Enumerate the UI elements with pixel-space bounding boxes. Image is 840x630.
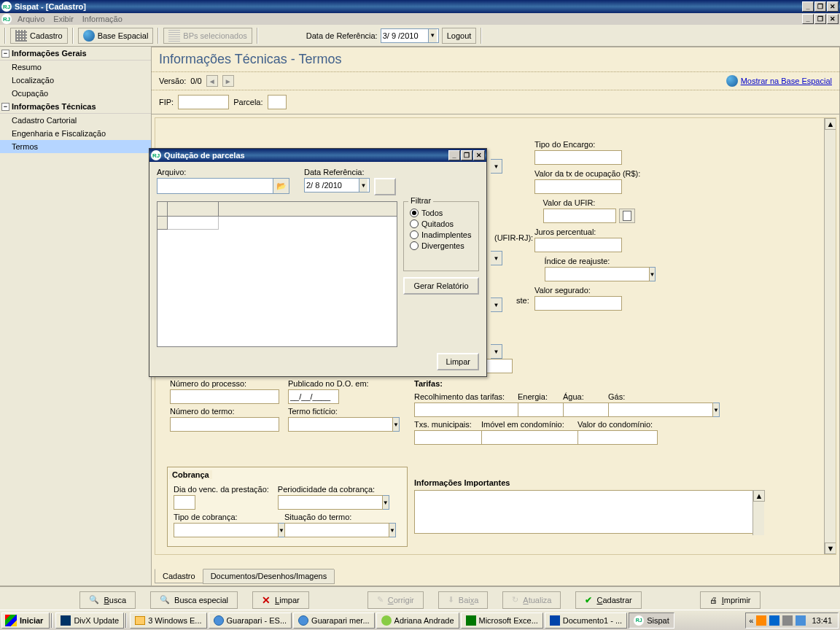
chevron-down-icon[interactable]: ▼ — [713, 402, 720, 417]
publicado-do-input[interactable] — [288, 389, 339, 404]
tipo-cobranca-input[interactable] — [174, 523, 279, 537]
minimize-button[interactable]: _ — [802, 1, 814, 12]
valor-ufir-input[interactable] — [543, 209, 616, 223]
task-sispat[interactable]: RJSispat — [629, 612, 674, 629]
menu-exibir[interactable]: Exibir — [53, 15, 74, 23]
dialog-titlebar[interactable]: RJ Quitação de parcelas _ ❐ ✕ — [149, 149, 486, 162]
dia-venc-input[interactable] — [174, 495, 195, 510]
toolbar-cadastro-button[interactable]: Cadastro — [10, 28, 68, 44]
tree-section-tecnicas[interactable]: − Informações Técnicas — [0, 100, 151, 114]
tipo-encargo-input[interactable] — [534, 150, 622, 165]
dialog-go-button[interactable] — [374, 178, 396, 195]
chevron-down-icon[interactable]: ▼ — [650, 267, 656, 281]
scroll-up-button[interactable]: ▲ — [753, 490, 765, 502]
browse-button[interactable]: 📂 — [273, 178, 289, 194]
parcela-input[interactable] — [268, 95, 287, 109]
tree-item-engenharia[interactable]: Engenharia e Fiscalização — [0, 127, 151, 140]
scroll-down-icon[interactable]: ▼ — [825, 542, 836, 554]
close-button[interactable]: ✕ — [827, 1, 839, 12]
chevron-down-icon[interactable]: ▼ — [359, 179, 368, 192]
task-divx[interactable]: DivX Update — [55, 612, 124, 629]
juros-input[interactable] — [534, 238, 622, 252]
radio-inadimplentes[interactable]: Inadimplentes — [410, 230, 472, 239]
next-version-button[interactable]: ► — [222, 75, 234, 87]
gas-input[interactable] — [608, 402, 713, 417]
limpar-button[interactable]: ✕ Limpar — [252, 591, 309, 609]
chevron-down-icon[interactable]: ▼ — [428, 29, 437, 42]
dialog-limpar-button[interactable]: Limpar — [437, 353, 479, 370]
valor-condominio-input[interactable] — [578, 430, 658, 445]
radio-divergentes[interactable]: Divergentes — [410, 241, 472, 250]
task-word[interactable]: Documento1 - ... — [545, 612, 627, 629]
task-ie-1[interactable]: Guarapari - ES... — [209, 612, 292, 629]
baixa-button[interactable]: ⬇ Baixa — [438, 591, 489, 609]
valor-segurado-input[interactable] — [534, 296, 622, 311]
atualiza-button[interactable]: ↻ Atualiza — [502, 591, 561, 609]
gerar-relatorio-button[interactable]: Gerar Relatório — [403, 277, 479, 295]
tree-item-cadastro-cartorial[interactable]: Cadastro Cartorial — [0, 114, 151, 127]
fip-input[interactable] — [178, 95, 229, 109]
tab-cadastro[interactable]: Cadastro — [155, 569, 203, 583]
scrollbar[interactable]: ▲ ▼ — [824, 118, 836, 554]
menu-arquivo[interactable]: Arquivo — [18, 15, 44, 23]
map-link[interactable]: Mostrar na Base Espacial — [726, 75, 832, 87]
chevron-down-icon[interactable]: ▼ — [393, 417, 400, 432]
start-button[interactable]: Iniciar — [1, 612, 50, 629]
dialog-minimize-button[interactable]: _ — [448, 150, 460, 160]
mdi-close-button[interactable]: ✕ — [827, 14, 839, 24]
mdi-maximize-button[interactable]: ❐ — [814, 14, 826, 24]
dialog-date-input[interactable]: 2/ 8 /2010 ▼ — [304, 178, 370, 192]
tree-item-termos[interactable]: Termos — [0, 140, 151, 153]
task-msn[interactable]: Adriana Andrade — [376, 612, 459, 629]
recolhimento-input[interactable] — [414, 402, 519, 417]
numero-processo-input[interactable] — [170, 389, 279, 404]
busca-especial-button[interactable]: 🔍 Busca especial — [150, 591, 238, 609]
date-ref-input[interactable]: 3/ 9 /2010 ▼ — [381, 28, 439, 43]
chevron-down-icon[interactable]: ▼ — [491, 159, 502, 174]
tab-documentos[interactable]: Documentos/Desenhos/Imagens — [203, 569, 335, 584]
radio-quitados[interactable]: Quitados — [410, 219, 472, 228]
valor-tx-input[interactable] — [534, 179, 622, 194]
dialog-grid[interactable] — [157, 201, 397, 347]
scroll-up-icon[interactable]: ▲ — [825, 118, 836, 130]
tray-icon-4[interactable] — [796, 615, 806, 626]
toolbar-base-espacial-button[interactable]: Base Espacial — [78, 28, 154, 44]
task-explorer[interactable]: 3 Windows E... — [130, 612, 206, 629]
mdi-minimize-button[interactable]: _ — [802, 14, 814, 24]
tree-item-ocupacao[interactable]: Ocupação — [0, 87, 151, 100]
chevron-down-icon[interactable]: ▼ — [389, 523, 396, 537]
task-ie-2[interactable]: Guarapari mer... — [293, 612, 374, 629]
busca-button[interactable]: 🔍 Busca — [79, 591, 136, 609]
info-importantes-textarea[interactable] — [414, 490, 764, 534]
tray-expand-icon[interactable]: « — [749, 616, 753, 625]
dialog-close-button[interactable]: ✕ — [473, 150, 485, 160]
calculator-button[interactable] — [619, 209, 635, 223]
tray-icon-3[interactable] — [782, 615, 793, 626]
maximize-button[interactable]: ❐ — [814, 1, 826, 12]
dialog-maximize-button[interactable]: ❐ — [461, 150, 472, 160]
tree-section-gerais[interactable]: − Informações Gerais — [0, 47, 151, 61]
indice-reajuste-input[interactable] — [545, 267, 650, 281]
tree-item-localizacao[interactable]: Localização — [0, 74, 151, 87]
radio-todos[interactable]: Todos — [410, 209, 472, 217]
termo-ficticio-input[interactable] — [288, 417, 393, 432]
tray-icon-1[interactable] — [756, 615, 766, 626]
arquivo-input[interactable] — [157, 178, 273, 194]
cadastrar-button[interactable]: ✔ Cadastrar — [575, 591, 641, 609]
menu-informacao[interactable]: Informação — [82, 15, 122, 23]
chevron-down-icon[interactable]: ▼ — [491, 344, 502, 359]
chevron-down-icon[interactable]: ▼ — [491, 298, 502, 312]
imprimir-button[interactable]: 🖨 Imprimir — [700, 591, 761, 609]
task-excel[interactable]: Microsoft Exce... — [461, 612, 543, 629]
chevron-down-icon[interactable]: ▼ — [383, 495, 389, 510]
chevron-down-icon[interactable]: ▼ — [491, 251, 502, 265]
periodicidade-input[interactable] — [278, 495, 383, 510]
numero-termo-input[interactable] — [170, 417, 279, 432]
logout-button[interactable]: Logout — [442, 28, 477, 44]
tree-item-resumo[interactable]: Resumo — [0, 61, 151, 74]
corrigir-button[interactable]: ✎ Corrigir — [368, 591, 424, 609]
prev-version-button[interactable]: ◄ — [206, 75, 218, 87]
toolbar-bps-button[interactable]: BPs selecionados — [163, 28, 252, 44]
imovel-condominio-input[interactable] — [481, 430, 586, 445]
situacao-termo-input[interactable] — [284, 523, 389, 537]
